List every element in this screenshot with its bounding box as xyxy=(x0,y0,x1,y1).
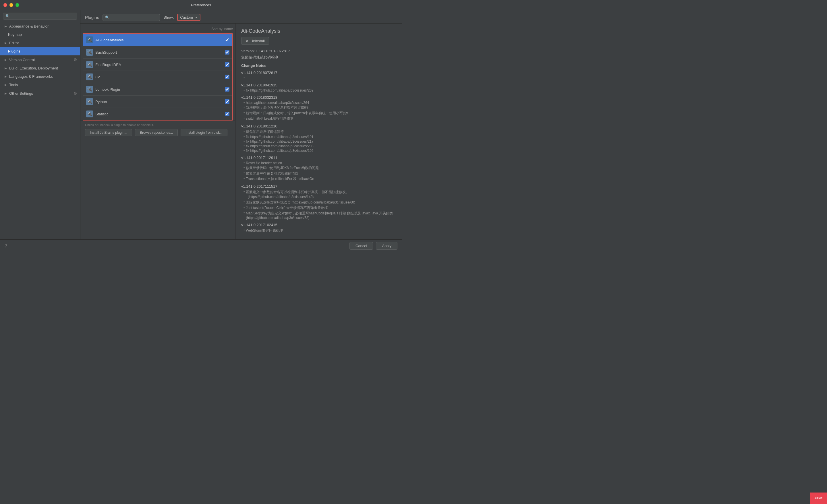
plugin-checkbox-ali[interactable] xyxy=(225,38,230,42)
browse-repositories-button[interactable]: Browse repositories... xyxy=(135,129,178,136)
change-item: 修复登录代码中使用到JDK8 forEach函数的问题 xyxy=(244,166,396,170)
sidebar-search-input[interactable] xyxy=(3,13,77,19)
change-version-7: v1.141.0.2017102415 xyxy=(241,223,396,227)
install-from-disk-button[interactable]: Install plugin from disk... xyxy=(181,129,228,136)
sidebar-item-keymap[interactable]: Keymap xyxy=(0,31,80,39)
plugins-header: Plugins Show: Custom ▼ xyxy=(81,10,402,23)
plugin-item-statistic[interactable]: 🔌 Statistic xyxy=(83,108,232,120)
plugin-name: FindBugs-IDEA xyxy=(95,62,223,67)
plugin-item-bashsupport[interactable]: 🔌 BashSupport xyxy=(83,46,232,58)
detail-version: Version: 1.141.0.2018072817 xyxy=(241,49,396,53)
bottom-actions: Cancel Apply xyxy=(349,242,397,250)
plugins-search-input[interactable] xyxy=(102,14,160,21)
sidebar-item-languages[interactable]: ▶ Languages & Frameworks xyxy=(0,72,80,81)
arrow-icon: ▶ xyxy=(5,58,7,61)
change-version-4: v1.141.0.2018011210 xyxy=(241,124,396,128)
plugin-icon: 🔌 xyxy=(86,61,93,68)
sidebar: ▶ Appearance & Behavior Keymap ▶ Editor … xyxy=(0,10,81,239)
change-item: 避免采用取反逻辑运算符 xyxy=(244,130,396,134)
sidebar-item-tools[interactable]: ▶ Tools xyxy=(0,81,80,89)
minimize-button[interactable] xyxy=(9,3,13,7)
sort-label[interactable]: Sort by: name xyxy=(211,27,233,31)
change-version-2: v1.141.0.2018041915 xyxy=(241,83,396,87)
plugin-checkbox-statistic[interactable] xyxy=(225,112,230,116)
change-item: 新增规则：单个方法的总行数不超过80行 xyxy=(244,105,396,110)
arrow-icon: ▶ xyxy=(5,66,7,70)
plugin-item-python[interactable]: 🔌 Python xyxy=(83,96,232,108)
maximize-button[interactable] xyxy=(15,3,19,7)
change-item: Map/Set的key为自定义对象时，必须重写hashCode和equals 排… xyxy=(244,211,396,220)
sidebar-item-version-control[interactable]: ▶ Version Control ⚙ xyxy=(0,55,80,64)
change-item: fix https://github.com/alibaba/p3c/issue… xyxy=(244,88,396,92)
sidebar-item-build-execution[interactable]: ▶ Build, Execution, Deployment xyxy=(0,64,80,72)
change-notes-title: Change Notes xyxy=(241,63,396,68)
plugin-name: Ali-CodeAnalysis xyxy=(95,38,223,42)
sidebar-item-plugins[interactable]: Plugins xyxy=(0,47,80,55)
titlebar: Preferences xyxy=(0,0,402,10)
change-item: fix https://github.com/alibaba/p3c/issue… xyxy=(244,140,396,144)
change-item: 修复常量中存在 {} 模式报错的情况 xyxy=(244,171,396,176)
install-jetbrains-button[interactable]: Install JetBrains plugin... xyxy=(85,129,132,136)
plugin-item-ali-codeanalysis[interactable]: 🔌 Ali-CodeAnalysis xyxy=(83,34,232,46)
change-item: WebStorm兼容问题处理 xyxy=(244,228,396,233)
change-item: fix https://github.com/alibaba/p3c/issue… xyxy=(244,135,396,139)
plugin-detail-panel: Ali-CodeAnalysis ✕ Uninstall Version: 1.… xyxy=(236,23,402,239)
window-title: Preferences xyxy=(191,3,211,7)
plugin-list: 🔌 Ali-CodeAnalysis 🔌 BashSupport � xyxy=(83,33,233,120)
apply-button[interactable]: Apply xyxy=(376,242,397,250)
plugin-checkbox-go[interactable] xyxy=(225,74,230,79)
plugin-list-container: Sort by: name 🔌 Ali-CodeAnalysis 🔌 BashS xyxy=(81,23,236,239)
change-version-6: v1.141.0.2017111517 xyxy=(241,184,396,189)
change-item: 新增规则：日期格式化时，传入pattern中表示年份统一使用小写的y xyxy=(244,111,396,116)
change-item: 函数定义中参数的命名可以检测到非驼峰并高亮，但不能快捷修改。（https://g… xyxy=(244,190,396,199)
sidebar-label: Editor xyxy=(9,41,77,45)
sidebar-item-appearance-behavior[interactable]: ▶ Appearance & Behavior xyxy=(0,22,80,31)
sidebar-search-container xyxy=(0,10,80,22)
cancel-button[interactable]: Cancel xyxy=(349,242,373,250)
plugin-icon: 🔌 xyxy=(86,98,93,105)
arrow-icon: ▶ xyxy=(5,75,7,78)
main-content: ▶ Appearance & Behavior Keymap ▶ Editor … xyxy=(0,10,402,239)
close-button[interactable] xyxy=(3,3,7,7)
main-panel: Plugins Show: Custom ▼ Sort by: name xyxy=(81,10,402,239)
plugin-item-go[interactable]: 🔌 Go xyxy=(83,71,232,83)
settings-gear-icon: ⚙ xyxy=(74,57,77,62)
arrow-icon: ▶ xyxy=(5,83,7,86)
plugin-icon: 🔌 xyxy=(86,37,93,43)
plugin-checkbox-lombok[interactable] xyxy=(225,87,230,92)
change-item: https://github.com/alibaba/p3c/issues/26… xyxy=(244,101,396,105)
plugin-footer: Check or uncheck a plugin to enable or d… xyxy=(81,120,235,139)
arrow-icon: ▶ xyxy=(5,92,7,95)
arrow-icon: ▶ xyxy=(5,41,7,45)
plugin-name: BashSupport xyxy=(95,50,223,55)
sidebar-label: Languages & Frameworks xyxy=(9,74,77,79)
footer-note: Check or uncheck a plugin to enable or d… xyxy=(85,123,231,127)
plugin-icon: 🔌 xyxy=(86,49,93,56)
sidebar-item-other-settings[interactable]: ▶ Other Settings ⚙ xyxy=(0,89,80,98)
sidebar-item-editor[interactable]: ▶ Editor xyxy=(0,39,80,47)
arrow-icon: ▶ xyxy=(5,25,7,28)
change-version-1: v1.141.0.2018072817 xyxy=(241,70,396,75)
plugin-checkbox-python[interactable] xyxy=(225,99,230,104)
sidebar-label: Plugins xyxy=(8,49,77,53)
plugin-item-findbugs[interactable]: 🔌 FindBugs-IDEA xyxy=(83,58,232,71)
custom-dropdown[interactable]: Custom ▼ xyxy=(177,14,200,21)
plugin-icon: 🔌 xyxy=(86,86,93,93)
sort-bar: Sort by: name xyxy=(81,26,235,33)
change-version-5: v1.141.0.2017112911 xyxy=(241,156,396,160)
plugin-icon: 🔌 xyxy=(86,73,93,80)
plugin-checkbox-findbugs[interactable] xyxy=(225,62,230,67)
x-icon: ✕ xyxy=(246,39,249,43)
plugin-checkbox-bash[interactable] xyxy=(225,50,230,55)
plugin-name: Python xyxy=(95,100,223,104)
change-item: switch 缺少 break漏报问题修复 xyxy=(244,116,396,121)
footer-buttons: Install JetBrains plugin... Browse repos… xyxy=(85,129,231,136)
show-label: Show: xyxy=(163,15,174,19)
change-item: Just taste it(Double Ctrl)在未登录情况不再弹出登录框 xyxy=(244,205,396,210)
plugin-item-lombok[interactable]: 🔌 Lombok Plugin xyxy=(83,83,232,96)
help-icon[interactable]: ? xyxy=(5,243,7,249)
change-version-3: v1.141.0.2018032318 xyxy=(241,95,396,100)
dropdown-arrow-icon: ▼ xyxy=(195,16,198,19)
sidebar-label: Appearance & Behavior xyxy=(9,24,77,29)
uninstall-button[interactable]: ✕ Uninstall xyxy=(241,37,269,45)
